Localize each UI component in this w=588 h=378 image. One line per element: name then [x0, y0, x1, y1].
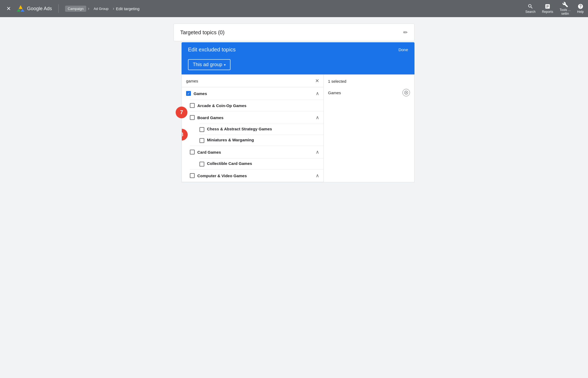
- tools-icon: [562, 2, 568, 7]
- page-title: Edit targeting: [116, 6, 140, 11]
- breadcrumb-arrow-1: ›: [88, 6, 89, 11]
- boardgames-label: Board Games: [197, 115, 313, 120]
- cardgames-subtree: Collectible Card Games: [190, 158, 323, 169]
- arcade-checkbox[interactable]: [190, 103, 195, 108]
- targeted-topics-section: Targeted topics (0) ✏: [174, 24, 414, 41]
- tree-item-videogames: Computer & Video Games ∧: [190, 169, 323, 182]
- ad-group-dropdown[interactable]: This ad group ▾: [188, 59, 231, 70]
- selected-item-row-games: Games: [328, 87, 410, 99]
- search-bar: ✕: [182, 75, 323, 87]
- search-icon: [527, 3, 533, 9]
- reports-icon: [545, 3, 551, 9]
- tree-item-cardgames: Card Games ∧ Collectible Card Games: [190, 146, 323, 169]
- collectible-row[interactable]: Collectible Card Games: [199, 158, 323, 169]
- games-checkbox[interactable]: [186, 91, 191, 96]
- chess-label: Chess & Abstract Strategy Games: [207, 127, 319, 131]
- ad-group-row: This ad group ▾: [182, 57, 414, 74]
- collectible-checkbox[interactable]: [199, 162, 204, 167]
- reports-nav-label: Reports: [542, 10, 553, 14]
- logo-icon: [16, 4, 25, 13]
- ad-group-label: This ad group: [193, 62, 222, 67]
- miniatures-label: Miniatures & Wargaming: [207, 138, 319, 142]
- boardgames-checkbox[interactable]: [190, 115, 195, 120]
- help-icon: [578, 3, 583, 9]
- svg-marker-2: [17, 9, 21, 12]
- boardgames-row[interactable]: Board Games ∧: [190, 111, 323, 124]
- tree-item-arcade: Arcade & Coin-Op Games: [190, 100, 323, 111]
- reports-nav-item[interactable]: Reports: [542, 3, 553, 14]
- videogames-label: Computer & Video Games: [197, 173, 313, 178]
- remove-games-button[interactable]: [402, 89, 410, 96]
- collectible-label: Collectible Card Games: [207, 161, 319, 166]
- games-label: Games: [194, 91, 313, 96]
- targeted-topics-title: Targeted topics (0): [180, 29, 225, 36]
- search-nav-label: Search: [525, 10, 536, 14]
- help-nav-item[interactable]: Help: [577, 3, 584, 14]
- miniatures-row[interactable]: Miniatures & Wargaming: [199, 135, 323, 146]
- svg-marker-1: [19, 5, 22, 9]
- tools-nav-item[interactable]: Tools ...settin: [560, 2, 571, 16]
- games-row[interactable]: Games ∧: [182, 87, 323, 100]
- nav-actions: Search Reports Tools ...settin Help: [525, 2, 584, 16]
- left-panel: ✕ 8 Games ∧: [182, 75, 324, 182]
- edit-excluded-wrapper: 7 Edit excluded topics Done This ad grou…: [182, 42, 414, 182]
- cardgames-collapse-icon[interactable]: ∧: [316, 149, 319, 155]
- boardgames-subtree: Chess & Abstract Strategy Games Miniatur…: [190, 124, 323, 146]
- tree-item-chess: Chess & Abstract Strategy Games: [199, 124, 323, 135]
- videogames-collapse-icon[interactable]: ∧: [316, 173, 319, 179]
- arcade-label: Arcade & Coin-Op Games: [197, 103, 319, 108]
- chess-checkbox[interactable]: [199, 127, 204, 132]
- games-collapse-icon[interactable]: ∧: [316, 90, 319, 96]
- close-button[interactable]: ✕: [4, 4, 13, 13]
- nav-divider: [58, 4, 59, 13]
- breadcrumb-campaign[interactable]: Campaign: [65, 6, 86, 12]
- tree-item-collectible: Collectible Card Games: [199, 158, 323, 169]
- breadcrumb: Campaign › Ad Group › Edit targeting: [65, 6, 522, 12]
- breadcrumb-adgroup[interactable]: Ad Group: [91, 6, 111, 12]
- svg-marker-3: [21, 9, 24, 12]
- videogames-row[interactable]: Computer & Video Games ∧: [190, 169, 323, 182]
- top-nav: ✕ Google Ads Campaign › Ad Group › Edit …: [0, 0, 588, 17]
- tree-list: 8 Games ∧ Arcade &: [182, 87, 323, 182]
- search-clear-button[interactable]: ✕: [315, 78, 319, 84]
- edit-pencil-button[interactable]: ✏: [403, 29, 408, 36]
- edit-excluded-panel: Edit excluded topics Done: [182, 42, 414, 57]
- app-title: Google Ads: [27, 6, 52, 12]
- breadcrumb-arrow-2: ›: [113, 6, 114, 11]
- cardgames-row[interactable]: Card Games ∧: [190, 146, 323, 158]
- main-content: Targeted topics (0) ✏ 7 Edit excluded to…: [174, 17, 414, 189]
- dropdown-arrow-icon: ▾: [224, 63, 226, 67]
- selected-item-label-games: Games: [328, 90, 341, 95]
- boardgames-collapse-icon[interactable]: ∧: [316, 115, 319, 120]
- search-input[interactable]: [186, 79, 313, 83]
- selected-count: 1 selected: [328, 79, 410, 84]
- videogames-checkbox[interactable]: [190, 173, 195, 178]
- games-subtree: Arcade & Coin-Op Games Board Games ∧: [182, 100, 323, 182]
- help-nav-label: Help: [577, 10, 584, 14]
- step-7-badge: 7: [176, 107, 187, 118]
- cardgames-label: Card Games: [197, 150, 313, 154]
- remove-games-icon: [404, 91, 408, 94]
- edit-excluded-title: Edit excluded topics: [188, 47, 236, 53]
- tree-item-games: 8 Games ∧ Arcade &: [182, 87, 323, 182]
- topic-selector: ✕ 8 Games ∧: [182, 74, 414, 182]
- miniatures-checkbox[interactable]: [199, 138, 204, 143]
- google-ads-logo: Google Ads: [16, 4, 52, 13]
- tree-item-boardgames: Board Games ∧ Chess & Abstract Strategy …: [190, 111, 323, 146]
- done-button[interactable]: Done: [398, 47, 408, 52]
- tools-nav-label: Tools ...settin: [560, 8, 571, 16]
- search-nav-item[interactable]: Search: [525, 3, 536, 14]
- tree-item-miniatures: Miniatures & Wargaming: [199, 135, 323, 146]
- chess-row[interactable]: Chess & Abstract Strategy Games: [199, 124, 323, 135]
- arcade-row[interactable]: Arcade & Coin-Op Games: [190, 100, 323, 111]
- cardgames-checkbox[interactable]: [190, 150, 195, 154]
- right-panel: 1 selected Games: [324, 75, 414, 182]
